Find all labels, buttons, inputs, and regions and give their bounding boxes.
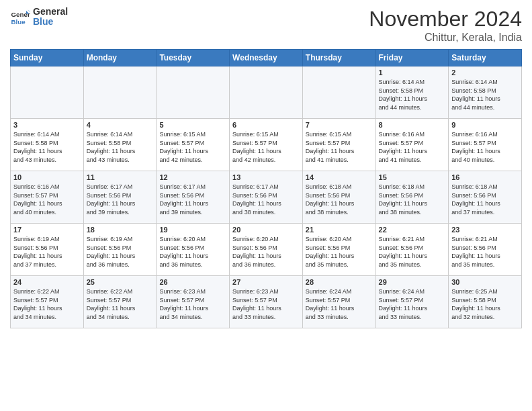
day-number: 11 <box>87 173 154 181</box>
header-row: Sunday Monday Tuesday Wednesday Thursday… <box>11 50 522 66</box>
day-cell <box>83 66 157 119</box>
day-number: 21 <box>306 226 373 234</box>
day-cell: 29Sunrise: 6:24 AMSunset: 5:57 PMDayligh… <box>375 276 449 328</box>
day-number: 17 <box>13 226 81 234</box>
day-cell: 20Sunrise: 6:20 AMSunset: 5:56 PMDayligh… <box>230 224 303 276</box>
logo: General Blue General Blue <box>10 7 68 28</box>
day-number: 22 <box>379 226 446 234</box>
day-number: 10 <box>13 173 81 181</box>
day-info: Sunrise: 6:16 AMSunset: 5:57 PMDaylight:… <box>379 130 446 164</box>
day-info: Sunrise: 6:14 AMSunset: 5:58 PMDaylight:… <box>379 78 446 111</box>
logo-icon: General Blue <box>10 7 30 27</box>
title-area: November 2024 Chittur, Kerala, India <box>369 7 522 44</box>
day-cell: 8Sunrise: 6:16 AMSunset: 5:57 PMDaylight… <box>375 119 449 171</box>
day-cell: 7Sunrise: 6:15 AMSunset: 5:57 PMDaylight… <box>302 119 375 171</box>
day-number: 24 <box>13 278 81 286</box>
day-info: Sunrise: 6:18 AMSunset: 5:56 PMDaylight:… <box>306 183 373 216</box>
day-number: 3 <box>13 121 81 129</box>
location: Chittur, Kerala, India <box>369 32 522 44</box>
col-tuesday: Tuesday <box>157 50 230 66</box>
day-info: Sunrise: 6:17 AMSunset: 5:56 PMDaylight:… <box>232 183 300 216</box>
day-number: 14 <box>306 173 373 181</box>
day-cell <box>157 66 230 119</box>
day-cell: 16Sunrise: 6:18 AMSunset: 5:56 PMDayligh… <box>449 171 522 224</box>
day-cell: 18Sunrise: 6:19 AMSunset: 5:56 PMDayligh… <box>83 224 157 276</box>
day-number: 28 <box>306 278 373 286</box>
day-number: 29 <box>379 278 446 286</box>
day-number: 4 <box>87 121 154 129</box>
day-number: 25 <box>87 278 154 286</box>
col-saturday: Saturday <box>449 50 522 66</box>
logo-line2: Blue <box>33 17 68 27</box>
calendar-table: Sunday Monday Tuesday Wednesday Thursday… <box>10 49 522 328</box>
day-info: Sunrise: 6:14 AMSunset: 5:58 PMDaylight:… <box>87 130 154 164</box>
day-number: 19 <box>159 226 226 234</box>
day-cell <box>302 66 375 119</box>
col-wednesday: Wednesday <box>230 50 303 66</box>
day-info: Sunrise: 6:15 AMSunset: 5:57 PMDaylight:… <box>306 130 373 164</box>
day-cell <box>11 66 84 119</box>
day-cell: 27Sunrise: 6:23 AMSunset: 5:57 PMDayligh… <box>230 276 303 328</box>
day-cell: 9Sunrise: 6:16 AMSunset: 5:57 PMDaylight… <box>449 119 522 171</box>
day-cell: 22Sunrise: 6:21 AMSunset: 5:56 PMDayligh… <box>375 224 449 276</box>
day-info: Sunrise: 6:18 AMSunset: 5:56 PMDaylight:… <box>379 183 446 216</box>
week-row-5: 24Sunrise: 6:22 AMSunset: 5:57 PMDayligh… <box>11 276 522 328</box>
svg-text:General: General <box>11 11 31 18</box>
day-info: Sunrise: 6:24 AMSunset: 5:57 PMDaylight:… <box>306 287 373 321</box>
day-cell: 25Sunrise: 6:22 AMSunset: 5:57 PMDayligh… <box>83 276 157 328</box>
day-info: Sunrise: 6:14 AMSunset: 5:58 PMDaylight:… <box>13 130 81 164</box>
day-cell: 13Sunrise: 6:17 AMSunset: 5:56 PMDayligh… <box>230 171 303 224</box>
col-friday: Friday <box>375 50 449 66</box>
day-number: 20 <box>232 226 300 234</box>
day-cell: 1Sunrise: 6:14 AMSunset: 5:58 PMDaylight… <box>375 66 449 119</box>
day-cell: 21Sunrise: 6:20 AMSunset: 5:56 PMDayligh… <box>302 224 375 276</box>
col-sunday: Sunday <box>11 50 84 66</box>
day-cell: 3Sunrise: 6:14 AMSunset: 5:58 PMDaylight… <box>11 119 84 171</box>
logo-line1: General <box>33 7 68 17</box>
day-cell: 26Sunrise: 6:23 AMSunset: 5:57 PMDayligh… <box>157 276 230 328</box>
day-info: Sunrise: 6:20 AMSunset: 5:56 PMDaylight:… <box>232 235 300 269</box>
day-info: Sunrise: 6:23 AMSunset: 5:57 PMDaylight:… <box>232 287 300 321</box>
day-number: 1 <box>379 68 446 77</box>
day-number: 2 <box>451 68 519 77</box>
col-thursday: Thursday <box>302 50 375 66</box>
day-number: 7 <box>306 121 373 129</box>
day-cell: 24Sunrise: 6:22 AMSunset: 5:57 PMDayligh… <box>11 276 84 328</box>
day-info: Sunrise: 6:21 AMSunset: 5:56 PMDaylight:… <box>379 235 446 269</box>
day-cell: 10Sunrise: 6:16 AMSunset: 5:57 PMDayligh… <box>11 171 84 224</box>
day-cell: 17Sunrise: 6:19 AMSunset: 5:56 PMDayligh… <box>11 224 84 276</box>
day-info: Sunrise: 6:21 AMSunset: 5:56 PMDaylight:… <box>451 235 519 269</box>
day-number: 18 <box>87 226 154 234</box>
day-number: 9 <box>451 121 519 129</box>
day-cell: 6Sunrise: 6:15 AMSunset: 5:57 PMDaylight… <box>230 119 303 171</box>
day-info: Sunrise: 6:20 AMSunset: 5:56 PMDaylight:… <box>159 235 226 269</box>
day-info: Sunrise: 6:15 AMSunset: 5:57 PMDaylight:… <box>232 130 300 164</box>
day-info: Sunrise: 6:14 AMSunset: 5:58 PMDaylight:… <box>451 78 519 111</box>
day-cell: 30Sunrise: 6:25 AMSunset: 5:58 PMDayligh… <box>449 276 522 328</box>
day-info: Sunrise: 6:16 AMSunset: 5:57 PMDaylight:… <box>451 130 519 164</box>
week-row-1: 1Sunrise: 6:14 AMSunset: 5:58 PMDaylight… <box>11 66 522 119</box>
day-info: Sunrise: 6:15 AMSunset: 5:57 PMDaylight:… <box>159 130 226 164</box>
week-row-2: 3Sunrise: 6:14 AMSunset: 5:58 PMDaylight… <box>11 119 522 171</box>
day-number: 23 <box>451 226 519 234</box>
day-number: 30 <box>451 278 519 286</box>
day-number: 15 <box>379 173 446 181</box>
day-info: Sunrise: 6:17 AMSunset: 5:56 PMDaylight:… <box>159 183 226 216</box>
day-number: 16 <box>451 173 519 181</box>
day-cell: 4Sunrise: 6:14 AMSunset: 5:58 PMDaylight… <box>83 119 157 171</box>
day-info: Sunrise: 6:24 AMSunset: 5:57 PMDaylight:… <box>379 287 446 321</box>
day-cell: 19Sunrise: 6:20 AMSunset: 5:56 PMDayligh… <box>157 224 230 276</box>
page-container: General Blue General Blue November 2024 … <box>0 0 532 335</box>
day-cell: 11Sunrise: 6:17 AMSunset: 5:56 PMDayligh… <box>83 171 157 224</box>
day-number: 26 <box>159 278 226 286</box>
calendar-header: Sunday Monday Tuesday Wednesday Thursday… <box>11 50 522 66</box>
day-info: Sunrise: 6:17 AMSunset: 5:56 PMDaylight:… <box>87 183 154 216</box>
day-info: Sunrise: 6:22 AMSunset: 5:57 PMDaylight:… <box>13 287 81 321</box>
day-cell: 2Sunrise: 6:14 AMSunset: 5:58 PMDaylight… <box>449 66 522 119</box>
day-cell: 28Sunrise: 6:24 AMSunset: 5:57 PMDayligh… <box>302 276 375 328</box>
day-number: 8 <box>379 121 446 129</box>
header: General Blue General Blue November 2024 … <box>10 7 522 44</box>
day-number: 5 <box>159 121 226 129</box>
week-row-3: 10Sunrise: 6:16 AMSunset: 5:57 PMDayligh… <box>11 171 522 224</box>
day-cell <box>230 66 303 119</box>
